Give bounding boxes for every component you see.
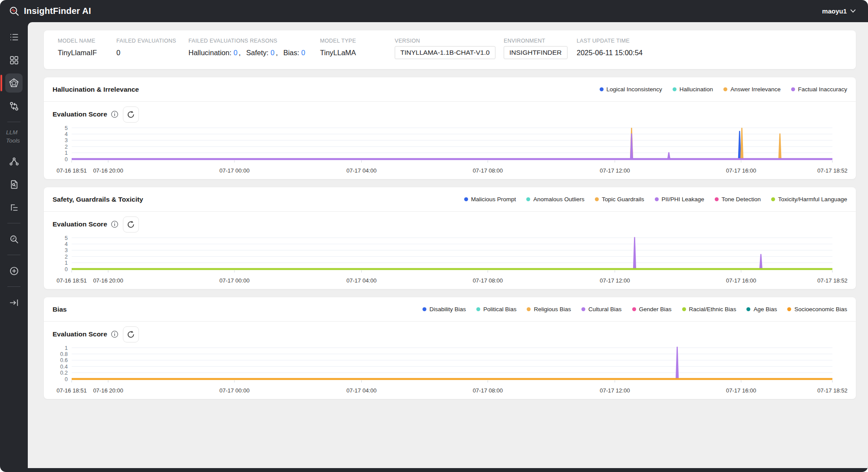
refresh-button[interactable] (123, 216, 139, 233)
sidebar-divider (7, 122, 20, 122)
y-tick-label: 0.4 (60, 364, 68, 370)
sidebar-item-workflow[interactable] (5, 152, 23, 171)
sidebar-item-document-search[interactable] (5, 175, 23, 194)
legend-item[interactable]: Hallucination (673, 86, 713, 93)
legend-color-dot (581, 307, 585, 311)
arrow-to-bar-icon (9, 297, 20, 308)
legend-item[interactable]: Factual Inaccuracy (791, 86, 847, 93)
legend-item[interactable]: Religious Bias (527, 306, 571, 312)
tree-list-icon (9, 202, 20, 213)
evaluation-score-chart: 01234507-16 18:5107-16 20:0007-17 00:000… (53, 234, 847, 285)
legend-item[interactable]: PII/PHI Leakage (655, 196, 704, 203)
x-tick-label: 07-17 00:00 (219, 387, 249, 394)
legend-item[interactable]: Logical Inconsistency (600, 86, 662, 93)
section-header: Hallucination & Irrelevance Logical Inco… (44, 77, 856, 102)
legend-item[interactable]: Answer Irrelevance (723, 86, 781, 93)
legend-item[interactable]: Racial/Ethnic Bias (682, 306, 736, 312)
sidebar-item-collapse[interactable] (5, 293, 23, 312)
legend-label: Hallucination (680, 86, 713, 93)
environment-badge: INSIGHTFINDER (504, 46, 568, 59)
reason-hallucination-count[interactable]: 0 (234, 49, 238, 57)
legend-item[interactable]: Political Bias (476, 306, 517, 312)
refresh-button[interactable] (123, 326, 139, 342)
x-tick-label: 07-17 08:00 (473, 387, 503, 394)
grid-icon (9, 55, 20, 66)
x-tick-label: 07-17 18:52 (817, 167, 847, 174)
x-tick-label: 07-16 18:51 (56, 277, 86, 284)
y-tick-label: 5 (65, 235, 68, 241)
sidebar-item-add[interactable] (5, 261, 23, 280)
spike-pii-phi-leakage (759, 254, 762, 269)
x-tick-label: 07-16 20:00 (93, 167, 123, 174)
legend-item[interactable]: Age Bias (746, 306, 777, 312)
sidebar-item-zoom-search[interactable] (5, 229, 23, 249)
legend-item[interactable]: Toxicity/Harmful Language (771, 196, 847, 203)
user-menu[interactable]: maoyu1 (822, 7, 856, 15)
info-icon[interactable] (111, 220, 119, 228)
info-icon[interactable] (111, 110, 119, 118)
legend-item[interactable]: Disability Bias (422, 306, 466, 312)
brand: InsightFinder AI (9, 6, 91, 17)
refresh-icon (126, 110, 135, 119)
refresh-button[interactable] (123, 106, 139, 123)
legend-label: Racial/Ethnic Bias (689, 306, 736, 312)
legend-item[interactable]: Cultural Bias (581, 306, 622, 312)
x-tick-label: 07-17 04:00 (347, 387, 376, 394)
chart-legend: Disability BiasPolitical BiasReligious B… (422, 306, 847, 312)
section-header: Safety, Guardrails & Toxicity Malicious … (44, 187, 856, 212)
main-content: MODEL NAME TinyLlamaIF FAILED EVALUATION… (28, 22, 868, 468)
model-info-bar: MODEL NAME TinyLlamaIF FAILED EVALUATION… (44, 30, 856, 69)
info-icon[interactable] (111, 330, 119, 338)
info-label: ENVIRONMENT (504, 38, 577, 44)
legend-color-dot (526, 197, 530, 201)
info-last-update: LAST UPDATE TIME 2025-06-11 15:00:54 (577, 38, 842, 57)
x-tick-label: 07-17 18:52 (817, 277, 847, 284)
section-body: Evaluation Score 01234507-16 18:5107-16 … (44, 212, 856, 289)
legend-item[interactable]: Gender Bias (632, 306, 672, 312)
sidebar-item-compare[interactable] (5, 96, 23, 116)
info-value: 2025-06-11 15:00:54 (577, 49, 842, 57)
separator: , (276, 49, 278, 57)
x-tick-label: 07-17 04:00 (347, 167, 376, 174)
x-tick-label: 07-17 16:00 (726, 387, 756, 394)
chart-legend: Logical InconsistencyHallucinationAnswer… (600, 86, 848, 93)
document-search-icon (9, 179, 20, 190)
info-value: Hallucination: 0, Safety: 0, Bias: 0 (188, 49, 320, 57)
app-window: InsightFinder AI maoyu1 (0, 0, 868, 472)
sidebar-item-tree[interactable] (5, 198, 23, 217)
y-tick-label: 0.2 (60, 370, 68, 376)
sidebar-item-model-evaluation[interactable] (5, 73, 23, 93)
sidebar-item-list[interactable] (5, 27, 23, 47)
section-title: Bias (53, 306, 67, 313)
legend-item[interactable]: Socioeconomic Bias (787, 306, 847, 312)
magnifier-icon (9, 234, 20, 245)
info-label: LAST UPDATE TIME (577, 38, 842, 44)
legend-label: Topic Guardrails (602, 196, 644, 203)
legend-color-dot (715, 197, 719, 201)
x-tick-label: 07-17 18:52 (817, 387, 847, 394)
info-version: VERSION TINYLLAMA-1.1B-CHAT-V1.0 (395, 38, 504, 62)
x-tick-label: 07-16 20:00 (93, 277, 123, 284)
y-tick-label: 0 (65, 156, 68, 163)
legend-item[interactable]: Topic Guardrails (595, 196, 644, 203)
reason-safety-count[interactable]: 0 (271, 49, 274, 57)
evaluation-score-label: Evaluation Score (53, 110, 107, 118)
legend-color-dot (464, 197, 468, 201)
legend-label: Anomalous Outliers (533, 196, 584, 203)
reason-bias-count[interactable]: 0 (301, 49, 305, 57)
evaluation-score-chart: 00.20.40.60.8107-16 18:5107-16 20:0007-1… (53, 344, 847, 395)
sidebar-section-label: LLM Tools (6, 128, 23, 145)
x-tick-label: 07-17 16:00 (726, 167, 756, 174)
y-tick-label: 1 (65, 345, 68, 351)
legend-item[interactable]: Malicious Prompt (464, 196, 516, 203)
legend-item[interactable]: Anomalous Outliers (526, 196, 584, 203)
sidebar-item-dashboard[interactable] (5, 50, 23, 70)
info-label: FAILED EVALUATIONS (116, 38, 188, 44)
list-icon (9, 32, 20, 43)
legend-item[interactable]: Tone Detection (715, 196, 761, 203)
legend-label: Socioeconomic Bias (794, 306, 847, 312)
legend-color-dot (600, 87, 604, 91)
version-badge: TINYLLAMA-1.1B-CHAT-V1.0 (395, 46, 495, 59)
flow-nodes-icon (9, 156, 20, 167)
y-tick-label: 1 (65, 150, 68, 156)
